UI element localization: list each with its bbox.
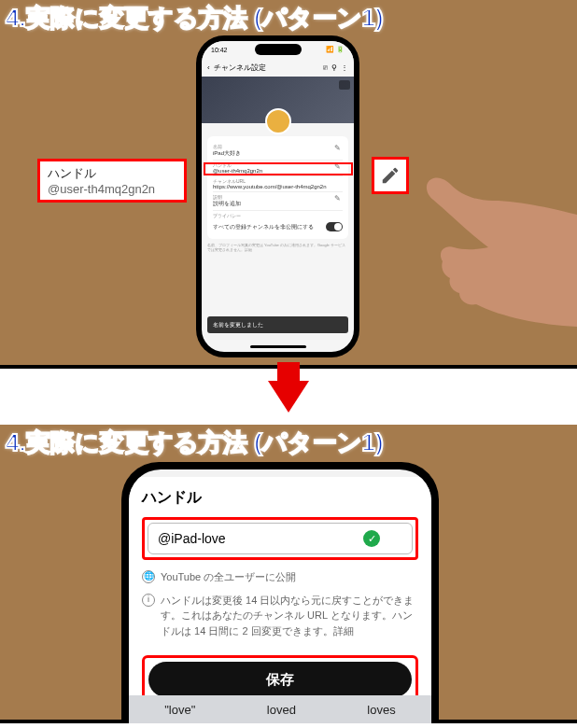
public-info: 🌐 YouTube の全ユーザーに公開	[142, 569, 418, 585]
flow-arrow	[0, 369, 577, 425]
home-indicator[interactable]	[250, 345, 306, 348]
tutorial-panel-1: 4.実際に変更する方法 (パターン1) 10:42 📶 🔋 ‹ チャンネル設定 …	[0, 0, 577, 369]
pointing-hand	[418, 177, 577, 327]
row-privacy: プライバシー すべての登録チャンネルを非公開にする	[213, 211, 343, 233]
iphone-frame-zoom: ハンドル @iPad-love ✓ 🌐 YouTube の全ユーザーに公開 i	[121, 462, 439, 723]
settings-card: 名前 iPad大好き ✎ ハンドル @user-th4mq2gn2n ✎ チャン…	[207, 136, 348, 239]
screen-header[interactable]: ‹ チャンネル設定 ⎚ ⚲ ⋮	[202, 58, 354, 77]
kb-sugg-3[interactable]: loves	[367, 703, 395, 717]
keyboard-suggestions[interactable]: "love" loved loves	[129, 695, 431, 723]
edit-handle-icon[interactable]: ✎	[334, 162, 341, 171]
privacy-toggle[interactable]	[326, 222, 343, 231]
row-handle[interactable]: ハンドル @user-th4mq2gn2n ✎	[213, 161, 343, 176]
channel-banner	[202, 77, 354, 123]
privacy-sub: すべての登録チャンネルを非公開にする	[213, 223, 314, 231]
value-desc: 説明を追加	[213, 200, 343, 208]
cast-icon[interactable]: ⎚	[323, 63, 328, 72]
row-url[interactable]: チャンネルURL https://www.youtube.com/@user-t…	[213, 176, 343, 192]
row-name[interactable]: 名前 iPad大好き ✎	[213, 142, 343, 161]
globe-icon: 🌐	[142, 570, 155, 583]
value-url: https://www.youtube.com/@user-th4mq2gn2n	[213, 184, 343, 189]
clock: 10:42	[211, 47, 228, 53]
callout-handle-value: @user-th4mq2gn2n	[48, 182, 176, 196]
back-icon[interactable]: ‹	[207, 63, 210, 72]
step-title-2: 4.実際に変更する方法 (パターン1)	[6, 427, 384, 459]
step-title: 4.実際に変更する方法 (パターン1)	[6, 2, 384, 35]
sheet-title: ハンドル	[142, 488, 418, 508]
edit-name-icon[interactable]: ✎	[334, 144, 341, 152]
more-icon[interactable]: ⋮	[341, 63, 348, 72]
status-icons: 📶 🔋	[326, 46, 345, 53]
value-handle: @user-th4mq2gn2n	[213, 168, 343, 174]
handle-info: i ハンドルは変更後 14 日以内なら元に戻すことができます。これはあなたのチャ…	[142, 593, 418, 639]
tutorial-panel-2: 4.実際に変更する方法 (パターン1) ハンドル @iPad-love ✓ 🌐 …	[0, 425, 577, 723]
callout-edit-icon	[372, 157, 409, 194]
dynamic-island	[255, 44, 302, 55]
row-desc[interactable]: 説明 説明を追加 ✎	[213, 192, 343, 211]
highlight-input: @iPad-love ✓	[142, 517, 418, 560]
avatar[interactable]	[265, 108, 291, 134]
info-icon: i	[142, 594, 155, 607]
iphone-frame: 10:42 📶 🔋 ‹ チャンネル設定 ⎚ ⚲ ⋮ 名前 iPad大好き ✎	[196, 35, 359, 357]
callout-handle-title: ハンドル	[48, 165, 176, 182]
search-icon[interactable]: ⚲	[331, 63, 337, 72]
footer-note: 名前、プロフィール写真の変更は YouTube のみに適用されます。Google…	[207, 243, 348, 252]
pencil-icon	[380, 165, 401, 186]
kb-sugg-1[interactable]: "love"	[164, 703, 195, 717]
save-button[interactable]: 保存	[148, 662, 412, 697]
check-icon: ✓	[363, 530, 380, 547]
kb-sugg-2[interactable]: loved	[267, 703, 296, 717]
arrow-down-icon	[268, 381, 309, 413]
camera-icon[interactable]	[339, 80, 350, 90]
value-name: iPad大好き	[213, 149, 343, 158]
callout-handle: ハンドル @user-th4mq2gn2n	[37, 159, 187, 203]
info-text: ハンドルは変更後 14 日以内なら元に戻すことができます。これはあなたのチャンネ…	[161, 593, 418, 639]
edit-desc-icon[interactable]: ✎	[334, 194, 341, 203]
save-label: 保存	[266, 671, 294, 689]
public-text: YouTube の全ユーザーに公開	[161, 569, 296, 585]
header-title: チャンネル設定	[214, 63, 266, 73]
handle-edit-sheet: ハンドル @iPad-love ✓ 🌐 YouTube の全ユーザーに公開 i	[129, 477, 431, 723]
toast: 名前を変更しました	[207, 316, 348, 333]
handle-input[interactable]: @iPad-love ✓	[148, 523, 413, 554]
handle-input-value: @iPad-love	[158, 531, 226, 546]
